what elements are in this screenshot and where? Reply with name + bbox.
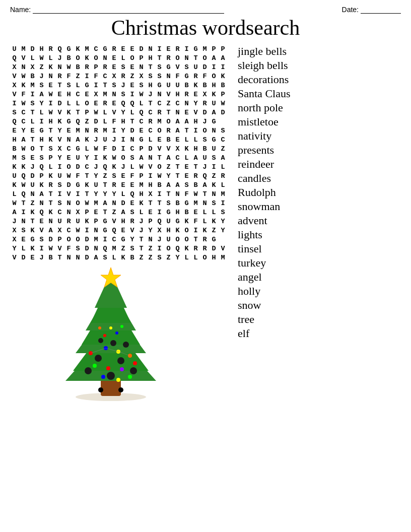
grid-cell: T [200,190,210,199]
grid-cell: U [164,81,173,90]
grid-cell: O [28,145,37,154]
grid-cell: E [128,81,137,90]
grid-cell: Z [83,117,92,126]
grid-cell: K [191,81,200,90]
grid-cell: N [173,190,182,199]
bottom-section [10,265,228,406]
word-list-item: sleigh bells [238,59,401,72]
grid-cell: G [155,81,164,90]
grid-cell: Q [55,45,64,54]
grid-cell: Z [128,72,137,81]
grid-cell: U [210,99,219,108]
grid-cell: A [173,181,182,190]
grid-cell: I [101,235,110,244]
grid-cell: Q [155,217,164,226]
grid-cell: S [128,154,137,163]
grid-cell: O [182,235,191,244]
grid-cell: S [219,126,228,136]
grid-cell: G [210,235,219,244]
name-date-row: Name: Date: [10,5,401,14]
grid-cell: J [119,163,128,172]
grid-cell: J [10,217,19,226]
grid-cell: K [137,199,146,208]
grid-cell: W [92,108,101,117]
grid-cell: T [191,54,200,63]
grid-cell: W [137,163,146,172]
grid-cell: I [10,99,19,108]
grid-cell: G [101,226,110,235]
grid-cell: E [182,163,191,172]
grid-cell: E [28,253,37,262]
grid-cell: E [191,90,200,99]
grid-cell: I [83,226,92,235]
name-field[interactable] [33,5,224,14]
grid-cell: S [219,208,228,217]
grid-cell: N [101,54,110,63]
grid-cell: N [55,63,64,72]
word-list-item: Rudolph [238,186,401,199]
grid-cell: R [64,217,74,226]
grid-cell: K [19,81,28,90]
grid-cell: G [210,136,219,145]
grid-cell: T [191,163,200,172]
grid-cell: F [110,117,119,126]
grid-cell: T [28,136,37,145]
grid-cell: O [164,117,173,126]
grid-cell: I [155,190,164,199]
grid-cell: I [55,190,64,199]
grid-cell: H [146,181,155,190]
grid-cell: Z [146,244,155,253]
grid-cell: P [55,235,64,244]
svg-point-24 [120,367,124,371]
grid-cell: K [46,208,55,217]
grid-cell: M [219,190,228,199]
grid-cell: I [219,63,228,72]
date-field[interactable] [361,5,401,14]
grid-cell: O [155,163,164,172]
grid-cell: C [155,99,164,108]
grid-cell: O [164,244,173,253]
grid-cell: A [164,154,173,163]
grid-cell: I [74,190,83,199]
grid-cell: L [19,244,28,253]
grid-cell: P [92,63,101,72]
grid-cell: X [110,72,119,81]
grid-cell: C [128,145,137,154]
grid-cell: H [210,253,219,262]
grid-cell: C [173,99,182,108]
grid-cell: H [191,117,200,126]
grid-cell: D [128,126,137,136]
grid-cell: I [92,81,101,90]
grid-cell: R [46,181,55,190]
grid-cell: P [137,54,146,63]
grid-cell: H [173,90,182,99]
grid-cell: K [46,136,55,145]
grid-cell: L [37,108,46,117]
grid-cell: H [46,117,55,126]
grid-cell: S [137,81,146,90]
grid-cell: I [46,99,55,108]
grid-cell: P [46,154,55,163]
grid-cell: R [164,126,173,136]
grid-cell: E [119,172,128,181]
grid-cell: Y [173,253,182,262]
grid-cell: T [155,54,164,63]
grid-cell: D [200,108,210,117]
grid-cell: K [110,163,119,172]
grid-cell: Z [37,63,46,72]
grid-cell: Q [137,108,146,117]
grid-cell: K [119,253,128,262]
grid-cell: I [19,208,28,217]
grid-cell: N [64,208,74,217]
grid-cell: Q [10,54,19,63]
grid-cell: L [28,54,37,63]
grid-cell: E [37,217,46,226]
grid-cell: T [46,199,55,208]
grid-cell: C [146,108,155,117]
grid-cell: W [92,145,101,154]
grid-cell: S [37,235,46,244]
grid-cell: U [10,45,19,54]
grid-cell: C [101,72,110,81]
grid-cell: Z [28,199,37,208]
word-list-section: jingle bellssleigh bellsdecorationsSanta… [233,45,401,406]
